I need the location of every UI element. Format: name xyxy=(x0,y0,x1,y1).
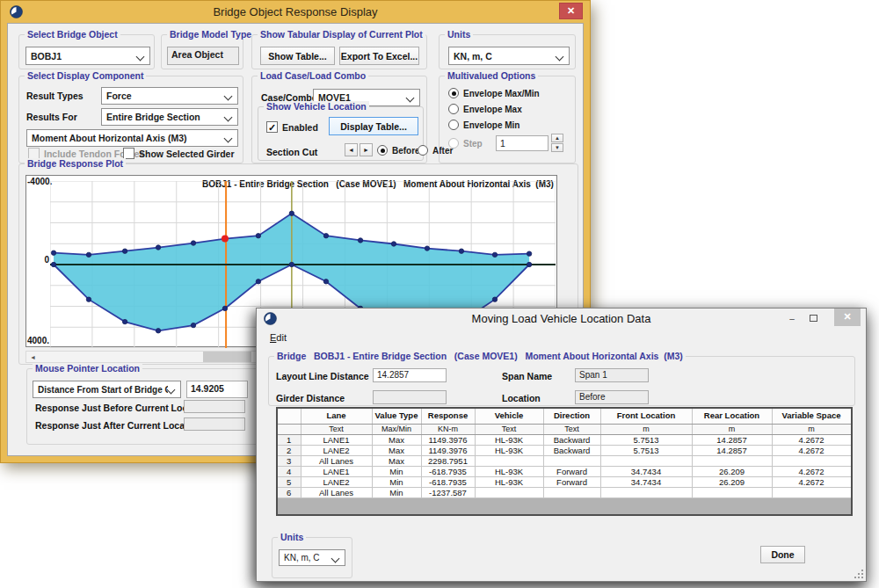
table-row[interactable]: 4LANE1Min-618.7935HL-93KForward34.743426… xyxy=(278,466,851,476)
display-table-button[interactable]: Display Table... xyxy=(329,117,418,135)
data-point xyxy=(323,279,328,284)
table-cell: LANE1 xyxy=(301,466,372,476)
multivalued-options-group: Multivalued Options Envelope Max/Min Env… xyxy=(439,76,576,163)
section-cut-next-icon[interactable]: ► xyxy=(360,143,373,156)
table-row[interactable]: LaneValue TypeResponseVehicleDirectionFr… xyxy=(278,409,851,424)
envelope-maxmin-radio[interactable]: Envelope Max/Min xyxy=(448,88,540,98)
results-for-select[interactable]: Entire Bridge Section xyxy=(101,108,238,126)
radio-label: Envelope Max xyxy=(463,105,522,114)
step-down-icon[interactable]: ▼ xyxy=(551,143,563,152)
radio-icon xyxy=(448,104,459,114)
radio-icon xyxy=(418,145,428,156)
done-button[interactable]: Done xyxy=(760,546,805,563)
chevron-down-icon xyxy=(137,53,144,60)
component-select[interactable]: Moment About Horizontal Axis (M3) xyxy=(26,129,238,147)
table-cell: m xyxy=(772,424,851,434)
chevron-down-icon xyxy=(332,555,339,562)
combo-value: Distance From Start of Bridge Object xyxy=(38,385,168,395)
table-cell: Forward xyxy=(543,476,600,487)
table-cell: Value Type xyxy=(372,409,421,424)
table-cell: Max xyxy=(372,455,421,466)
menu-edit[interactable]: Edit xyxy=(266,331,290,344)
data-point xyxy=(289,211,294,215)
checkbox-label: Show Selected Girder xyxy=(139,149,235,159)
units-group: Units KN, m, C xyxy=(439,34,576,69)
step-up-icon[interactable]: ▲ xyxy=(551,134,563,142)
table-cell: LANE1 xyxy=(301,434,372,445)
table-cell: Backward xyxy=(543,445,600,455)
scroll-left-icon[interactable]: ◄ xyxy=(26,352,40,362)
titlebar[interactable]: Moving Load Vehicle Location Data – ✕ xyxy=(257,309,866,329)
table-row[interactable]: 6All LanesMin-1237.587 xyxy=(278,487,851,497)
table-row[interactable]: 5LANE2Min-618.7935HL-93KForward34.743426… xyxy=(278,476,851,487)
table-cell: 14.2857 xyxy=(692,445,772,455)
scrollbar-thumb[interactable] xyxy=(203,352,251,362)
select-bridge-object-group: Select Bridge Object BOBJ1 xyxy=(18,34,155,69)
table-cell: Text xyxy=(301,424,372,434)
data-point xyxy=(527,262,531,266)
show-table-button[interactable]: Show Table... xyxy=(260,47,335,65)
maximize-icon[interactable] xyxy=(806,313,820,325)
table-cell: Front Location xyxy=(600,409,692,424)
export-to-excel-button[interactable]: Export To Excel... xyxy=(339,47,419,65)
close-icon[interactable]: ✕ xyxy=(559,3,583,19)
bridge-info-group: Bridge BOBJ1 - Entire Bridge Section (Ca… xyxy=(268,356,855,406)
chevron-down-icon xyxy=(225,134,232,142)
step-value-field[interactable]: 1 xyxy=(496,135,548,151)
bridge-model-type-group: Bridge Model Type Area Object xyxy=(161,34,243,69)
data-point xyxy=(122,319,127,323)
before-radio[interactable]: Before xyxy=(377,145,420,156)
table-cell: 26.209 xyxy=(692,476,772,487)
table-cell: HL-93K xyxy=(475,466,543,476)
result-types-select[interactable]: Force xyxy=(101,87,238,105)
distance-value-field[interactable]: 14.9205 xyxy=(186,381,248,398)
group-caption: Select Bridge Object xyxy=(25,29,120,40)
show-selected-girder-checkbox[interactable]: Show Selected Girder xyxy=(123,148,235,159)
data-point xyxy=(256,234,260,238)
section-cut-previous-icon[interactable]: ◄ xyxy=(345,143,358,156)
table-cell: 1149.3976 xyxy=(421,434,475,445)
group-caption: Show Tabular Display of Current Plot xyxy=(258,29,425,40)
table-row[interactable]: 1LANE1Max1149.3976HL-93KBackward5.751314… xyxy=(278,434,851,445)
table-cell xyxy=(692,455,772,466)
table-cell: HL-93K xyxy=(475,445,543,455)
resize-grip[interactable] xyxy=(854,570,863,578)
span-name-label: Span Name xyxy=(502,371,552,381)
data-point xyxy=(358,238,362,243)
titlebar[interactable]: Bridge Object Response Display ✕ xyxy=(1,1,590,23)
combo-value: KN, m, C xyxy=(454,51,556,62)
units-select[interactable]: KN, m, C xyxy=(279,549,345,566)
units-select[interactable]: KN, m, C xyxy=(448,47,570,65)
radio-label: Envelope Min xyxy=(463,120,519,130)
bridge-object-select[interactable]: BOBJ1 xyxy=(25,47,150,65)
table-cell xyxy=(772,487,851,497)
table-cell: 5.7513 xyxy=(600,445,692,455)
table-cell: LANE2 xyxy=(301,476,372,487)
table-cell: All Lanes xyxy=(301,487,372,497)
layout-line-distance-field[interactable]: 14.2857 xyxy=(373,368,447,382)
table-cell: LANE2 xyxy=(301,445,372,455)
distance-mode-select[interactable]: Distance From Start of Bridge Object xyxy=(33,381,181,398)
table-cell: Min xyxy=(372,466,421,476)
table-row[interactable]: TextMax/MinKN-mTextTextmmm xyxy=(278,424,851,434)
result-types-label: Result Types xyxy=(26,91,84,101)
close-icon[interactable]: ✕ xyxy=(834,309,861,326)
table-cell: -1237.587 xyxy=(421,487,475,497)
envelope-min-radio[interactable]: Envelope Min xyxy=(448,120,519,130)
vehicle-enabled-checkbox[interactable]: ✓ Enabled xyxy=(266,121,318,133)
table-cell: Backward xyxy=(543,434,600,445)
table-cell: m xyxy=(600,424,692,434)
table-row[interactable]: 2LANE2Max1149.3976HL-93KBackward5.751314… xyxy=(278,445,851,455)
envelope-max-radio[interactable]: Envelope Max xyxy=(448,104,522,114)
table-row[interactable]: 3All LanesMax2298.7951 xyxy=(278,455,851,466)
y-tick-top: -4000. xyxy=(27,177,49,186)
table-cell: 6 xyxy=(278,487,301,497)
current-location-marker xyxy=(222,236,229,243)
location-label: Location xyxy=(502,393,541,403)
data-point xyxy=(156,245,160,250)
data-point xyxy=(86,297,91,301)
bridge-model-type-field: Area Object xyxy=(167,47,239,65)
response-after-field xyxy=(184,417,245,431)
minimize-icon[interactable]: – xyxy=(785,313,799,325)
vehicle-location-table[interactable]: LaneValue TypeResponseVehicleDirectionFr… xyxy=(276,407,853,516)
